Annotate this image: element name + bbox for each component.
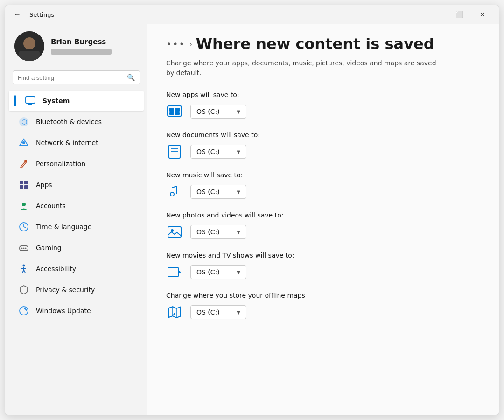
svg-rect-5 <box>28 105 33 105</box>
sidebar-item-bluetooth[interactable]: ⬡ Bluetooth & devices <box>9 112 144 132</box>
music-dropdown-chevron: ▼ <box>237 189 240 195</box>
window-title: Settings <box>29 11 54 18</box>
bluetooth-icon: ⬡ <box>18 116 29 127</box>
sidebar-item-personalization[interactable]: Personalization <box>9 154 144 174</box>
search-box[interactable]: 🔍 <box>13 70 140 84</box>
save-control-movies: OS (C:) ▼ <box>166 264 480 280</box>
page-title: Where new content is saved <box>196 35 434 53</box>
accounts-icon <box>18 200 29 211</box>
apps-dropdown-value: OS (C:) <box>196 108 220 115</box>
maps-dropdown-chevron: ▼ <box>237 310 240 315</box>
user-profile: Brian Burgess <box>5 24 147 70</box>
gaming-icon <box>18 242 29 253</box>
save-control-documents: OS (C:) ▼ <box>166 143 480 160</box>
svg-rect-33 <box>169 112 174 115</box>
svg-point-10 <box>24 160 27 162</box>
network-icon <box>18 137 29 148</box>
svg-rect-34 <box>175 112 180 115</box>
maximize-button[interactable]: ⬜ <box>448 7 470 22</box>
sidebar-item-accessibility[interactable]: Accessibility <box>9 259 144 279</box>
music-save-icon <box>166 183 183 200</box>
svg-point-1 <box>23 37 35 49</box>
movies-save-icon <box>166 264 183 280</box>
system-icon <box>25 95 36 106</box>
svg-point-23 <box>23 265 25 267</box>
sidebar-label-bluetooth: Bluetooth & devices <box>36 118 102 126</box>
movies-dropdown-value: OS (C:) <box>196 268 220 276</box>
sidebar-label-update: Windows Update <box>36 307 91 315</box>
save-control-music: OS (C:) ▼ <box>166 183 480 200</box>
svg-rect-31 <box>169 108 174 112</box>
music-dropdown[interactable]: OS (C:) ▼ <box>190 185 246 199</box>
maps-dropdown[interactable]: OS (C:) ▼ <box>190 305 246 319</box>
personalization-icon <box>18 158 29 169</box>
svg-rect-32 <box>175 108 180 112</box>
search-icon: 🔍 <box>127 74 135 81</box>
save-label-music: New music will save to: <box>166 171 480 179</box>
active-indicator <box>14 95 16 106</box>
page-description: Change where your apps, documents, music… <box>166 58 446 78</box>
svg-text:⬡: ⬡ <box>21 118 27 126</box>
music-dropdown-value: OS (C:) <box>196 188 220 196</box>
close-button[interactable]: ✕ <box>472 7 493 22</box>
back-button[interactable]: ← <box>11 8 24 21</box>
movies-dropdown-chevron: ▼ <box>237 270 240 275</box>
documents-dropdown[interactable]: OS (C:) ▼ <box>190 145 246 159</box>
search-input[interactable] <box>18 74 127 81</box>
svg-point-22 <box>25 248 27 249</box>
sidebar-label-system: System <box>42 97 70 105</box>
main-area: Brian Burgess 🔍 <box>5 24 499 415</box>
save-row-apps: New apps will save to: OS (C:) ▼ <box>166 91 480 120</box>
sidebar-label-apps: Apps <box>36 181 52 189</box>
save-row-photos: New photos and videos will save to: OS (… <box>166 211 480 240</box>
update-icon <box>18 305 29 316</box>
photos-dropdown[interactable]: OS (C:) ▼ <box>190 225 246 239</box>
content-area: ••• › Where new content is saved Change … <box>147 24 499 415</box>
svg-rect-40 <box>168 227 181 237</box>
sidebar-label-network: Network & internet <box>36 139 98 147</box>
save-label-photos: New photos and videos will save to: <box>166 211 480 219</box>
svg-point-28 <box>20 307 28 315</box>
minimize-button[interactable]: — <box>425 7 447 22</box>
save-row-music: New music will save to: OS (C:) ▼ <box>166 171 480 200</box>
svg-point-39 <box>170 192 174 196</box>
movies-dropdown[interactable]: OS (C:) ▼ <box>190 265 246 279</box>
maps-dropdown-value: OS (C:) <box>196 308 220 316</box>
svg-point-15 <box>22 203 26 206</box>
save-label-documents: New documents will save to: <box>166 131 480 139</box>
sidebar-item-time[interactable]: Time & language <box>9 217 144 237</box>
sidebar-item-system[interactable]: System <box>9 91 144 111</box>
maps-save-icon <box>166 304 183 321</box>
sidebar-item-gaming[interactable]: Gaming <box>9 238 144 258</box>
title-bar: ← Settings — ⬜ ✕ <box>5 5 499 24</box>
sidebar-item-privacy[interactable]: Privacy & security <box>9 280 144 300</box>
nav-menu: System ⬡ Bluetooth & devices <box>5 90 147 322</box>
sidebar: Brian Burgess 🔍 <box>5 24 147 415</box>
time-icon <box>18 221 29 232</box>
user-account-blurred <box>51 49 112 55</box>
apps-dropdown[interactable]: OS (C:) ▼ <box>190 105 246 119</box>
privacy-icon <box>18 284 29 295</box>
title-bar-left: ← Settings <box>11 8 54 21</box>
svg-rect-4 <box>28 104 32 105</box>
save-control-photos: OS (C:) ▼ <box>166 224 480 240</box>
save-row-movies: New movies and TV shows will save to: OS… <box>166 252 480 280</box>
accessibility-icon <box>18 263 29 274</box>
sidebar-item-network[interactable]: Network & internet <box>9 133 144 153</box>
save-control-maps: OS (C:) ▼ <box>166 304 480 321</box>
svg-point-9 <box>22 141 25 144</box>
documents-dropdown-value: OS (C:) <box>196 148 220 155</box>
photos-dropdown-chevron: ▼ <box>237 230 240 235</box>
svg-rect-13 <box>20 185 23 189</box>
breadcrumb-dots: ••• <box>166 38 185 49</box>
sidebar-label-privacy: Privacy & security <box>36 286 95 294</box>
svg-rect-35 <box>169 145 180 158</box>
sidebar-item-accounts[interactable]: Accounts <box>9 196 144 216</box>
sidebar-item-update[interactable]: Windows Update <box>9 301 144 321</box>
avatar <box>14 31 44 61</box>
sidebar-item-apps[interactable]: Apps <box>9 175 144 195</box>
svg-marker-29 <box>25 309 27 311</box>
svg-marker-43 <box>178 270 181 274</box>
svg-rect-11 <box>20 181 23 184</box>
save-control-apps: OS (C:) ▼ <box>166 103 480 120</box>
